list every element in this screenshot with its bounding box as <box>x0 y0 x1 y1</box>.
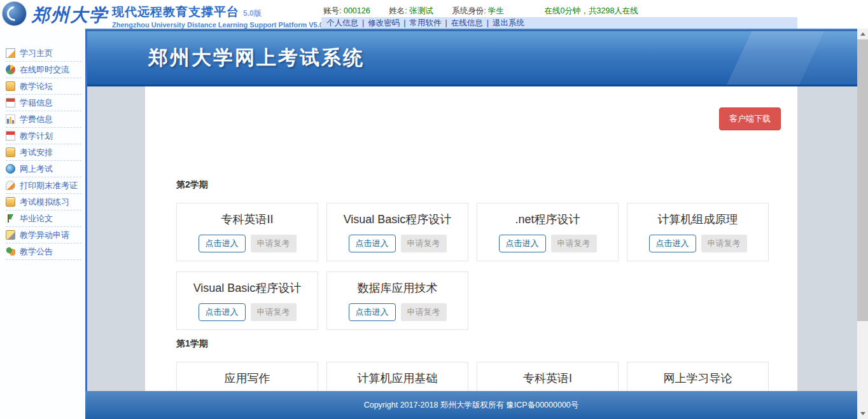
top-nav-link[interactable]: 个人信息 <box>325 18 360 27</box>
course-card-grid: 专科英语II点击进入申请复考Visual Basic程序设计点击进入申请复考.n… <box>176 203 769 330</box>
course-buttons: 点击进入申请复考 <box>477 235 618 252</box>
enter-exam-button[interactable]: 点击进入 <box>349 303 396 321</box>
account-label: 账号: <box>323 6 341 15</box>
sidebar-item[interactable]: 毕业论文 <box>6 210 81 227</box>
arrow-up-icon <box>860 32 865 36</box>
print-permit-pen-icon <box>6 181 15 190</box>
sidebar-item[interactable]: 网上考试 <box>6 161 81 177</box>
sidebar-item-label: 学费信息 <box>20 114 53 125</box>
sidebar-item[interactable]: 考试安排 <box>6 144 81 161</box>
course-card: .net程序设计点击进入申请复考 <box>477 203 619 261</box>
sidebar-item[interactable]: 教学公告 <box>6 244 81 260</box>
apply-retake-button[interactable]: 申请复考 <box>401 303 447 321</box>
sidebar-item[interactable]: 学籍信息 <box>6 95 81 111</box>
sidebar-item-label: 网上考试 <box>20 163 53 175</box>
sidebar-divider <box>85 29 87 419</box>
course-title: 应用写作 <box>177 371 318 386</box>
content-panel: 客户端下载 第2学期专科英语II点击进入申请复考Visual Basic程序设计… <box>145 86 797 419</box>
course-title: Visual Basic程序设计 <box>177 280 318 296</box>
apply-retake-button[interactable]: 申请复考 <box>251 303 297 321</box>
platform-title: 现代远程教育支撑平台 <box>112 4 239 20</box>
announcement-people-icon <box>6 247 15 256</box>
enter-exam-button[interactable]: 点击进入 <box>199 235 246 252</box>
forum-folder-icon <box>6 81 15 91</box>
enter-exam-button[interactable]: 点击进入 <box>649 235 696 252</box>
sidebar-item[interactable]: 教学异动申请 <box>6 227 81 244</box>
role-value: 学生 <box>488 6 504 15</box>
sidebar-item[interactable]: 考试模拟练习 <box>6 194 81 210</box>
exam-schedule-folder-icon <box>6 148 15 157</box>
course-title: .net程序设计 <box>477 212 618 227</box>
client-download-button[interactable]: 客户端下载 <box>719 107 781 130</box>
course-buttons: 点击进入申请复考 <box>177 303 318 321</box>
change-request-folder-icon <box>6 230 15 240</box>
sidebar-item[interactable]: 学费信息 <box>6 111 81 128</box>
platform-version: 5.0版 <box>243 8 262 19</box>
account-info-bar: 账号: 000126 姓名: 张测试 系统身份: 学生 在线0分钟，共3298人… <box>323 6 638 17</box>
download-row: 客户端下载 <box>145 86 797 130</box>
role-label: 系统身份: <box>452 6 486 15</box>
university-name: 郑州大学 <box>32 3 108 27</box>
top-nav-link[interactable]: 常用软件 <box>408 18 444 27</box>
course-buttons: 点击进入申请复考 <box>177 235 318 252</box>
sidebar-item[interactable]: 教学论坛 <box>6 78 81 95</box>
sidebar-item[interactable]: 在线即时交流 <box>6 62 81 78</box>
course-title: 数据库应用技术 <box>327 280 468 296</box>
notepad-icon <box>6 48 15 58</box>
sidebar-item[interactable]: 教学计划 <box>6 128 81 144</box>
sidebar-item-label: 教学公告 <box>20 246 53 258</box>
platform-heading: 现代远程教育支撑平台 5.0版 Zhengzhou University Dis… <box>112 4 323 29</box>
banner: 郑州大学网上考试系统 <box>87 31 857 86</box>
sidebar-item-label: 学习主页 <box>20 48 53 59</box>
apply-retake-button[interactable]: 申请复考 <box>251 235 297 252</box>
nav-separator: | <box>362 18 364 27</box>
sidebar-item-label: 考试安排 <box>20 147 53 158</box>
sidebar-item[interactable]: 打印期末准考证 <box>6 177 81 194</box>
enter-exam-button[interactable]: 点击进入 <box>349 235 396 252</box>
apply-retake-button[interactable]: 申请复考 <box>401 235 447 252</box>
tuition-chart-icon <box>6 114 15 124</box>
semester-heading: 第2学期 <box>176 130 769 191</box>
enter-exam-button[interactable]: 点击进入 <box>499 235 546 252</box>
top-nav-link[interactable]: 修改密码 <box>366 18 402 27</box>
name-value: 张测试 <box>409 6 433 15</box>
sidebar-item-label: 打印期末准考证 <box>20 180 78 191</box>
sidebar-item-label: 教学论坛 <box>20 81 53 92</box>
sidebar-item-label: 教学计划 <box>20 130 53 142</box>
mock-practice-folder-icon <box>6 197 15 207</box>
top-nav-link[interactable]: 退出系统 <box>491 18 526 27</box>
course-sections: 第2学期专科英语II点击进入申请复考Visual Basic程序设计点击进入申请… <box>145 130 797 419</box>
course-buttons: 点击进入申请复考 <box>327 235 468 252</box>
student-record-calendar-icon <box>6 98 15 107</box>
nav-separator: | <box>487 18 489 27</box>
course-title: 计算机应用基础 <box>327 371 468 386</box>
sidebar-item-label: 考试模拟练习 <box>20 196 69 208</box>
sidebar-item-label: 在线即时交流 <box>20 64 69 76</box>
header-separator <box>85 29 857 31</box>
scroll-down-button[interactable] <box>857 408 868 419</box>
platform-subtitle: Zhengzhou University Distance Learning S… <box>112 21 323 29</box>
account-value: 000126 <box>344 6 370 15</box>
brand: 郑州大学 现代远程教育支撑平台 5.0版 Zhengzhou Universit… <box>2 1 323 29</box>
scroll-up-button[interactable] <box>857 29 868 39</box>
apply-retake-button[interactable]: 申请复考 <box>701 235 747 252</box>
vertical-scrollbar[interactable] <box>857 29 868 419</box>
course-title: 专科英语I <box>477 371 618 386</box>
sidebar-item[interactable]: 学习主页 <box>6 45 81 62</box>
name-label: 姓名: <box>389 6 407 15</box>
course-card: Visual Basic程序设计点击进入申请复考 <box>176 271 318 330</box>
page: 郑州大学 现代远程教育支撑平台 5.0版 Zhengzhou Universit… <box>0 0 868 419</box>
top-nav: 个人信息|修改密码|常用软件|在线信息|退出系统 <box>321 17 797 29</box>
teaching-plan-calendar-icon <box>6 131 15 141</box>
top-nav-link[interactable]: 在线信息 <box>449 18 485 27</box>
banner-title: 郑州大学网上考试系统 <box>148 31 857 85</box>
course-buttons: 点击进入申请复考 <box>627 235 768 252</box>
online-exam-globe-icon <box>6 164 15 174</box>
sidebar: 学习主页在线即时交流教学论坛学籍信息学费信息教学计划考试安排网上考试打印期末准考… <box>0 31 85 419</box>
enter-exam-button[interactable]: 点击进入 <box>199 303 246 321</box>
apply-retake-button[interactable]: 申请复考 <box>551 235 597 252</box>
sidebar-item-label: 毕业论文 <box>20 213 53 224</box>
scrollbar-thumb[interactable] <box>857 39 868 321</box>
university-logo-icon <box>2 1 27 26</box>
course-card: 专科英语II点击进入申请复考 <box>176 203 318 261</box>
